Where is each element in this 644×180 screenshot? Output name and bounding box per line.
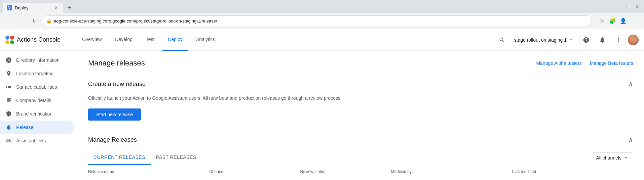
page-title: Manage releases xyxy=(88,59,145,68)
create-release-content: Officially launch your Action to Google … xyxy=(77,95,644,129)
sidebar-label-assistant-links: Assistant links xyxy=(16,138,46,143)
browser-tab[interactable]: D Deploy ✕ xyxy=(3,3,63,13)
release-icon xyxy=(5,124,12,131)
sidebar: i Directory information Location targeti… xyxy=(0,51,77,180)
back-button[interactable]: ← xyxy=(5,16,15,26)
main-nav: Overview Develop Test Deploy Analytics xyxy=(77,29,495,51)
tab-current-releases[interactable]: CURRENT RELEASES xyxy=(88,150,151,165)
directory-information-icon: i xyxy=(5,57,12,63)
sidebar-item-brand-verification[interactable]: Brand verification xyxy=(0,107,74,121)
app-logo: Actions Console xyxy=(5,36,66,44)
more-options-button[interactable]: ⋮ xyxy=(629,16,639,26)
manage-releases-section: Manage Releases ∧ CURRENT RELEASES PAST … xyxy=(77,129,644,178)
sidebar-label-location-targeting: Location targeting xyxy=(16,71,53,76)
search-button[interactable] xyxy=(495,33,509,47)
project-selector[interactable]: stage rollout on staging 1 xyxy=(512,36,577,44)
tab-title: Deploy xyxy=(15,5,50,10)
sidebar-item-company-details[interactable]: Company details xyxy=(0,94,74,107)
sidebar-label-directory-information: Directory information xyxy=(16,57,60,63)
app-name: Actions Console xyxy=(17,36,61,43)
brand-verification-icon xyxy=(5,110,12,117)
sidebar-label-release: Release xyxy=(16,125,33,130)
sidebar-label-surface-capabilities: Surface capabilities xyxy=(16,84,57,90)
tab-close-button[interactable]: ✕ xyxy=(53,5,59,11)
col-header-channel: Channel xyxy=(209,169,300,174)
create-release-section-header[interactable]: Create a new release ∧ xyxy=(77,73,644,95)
tab-favicon: D xyxy=(7,5,12,10)
header-actions: stage rollout on staging 1 xyxy=(495,33,639,47)
extensions-button[interactable]: 🧩 xyxy=(608,16,617,26)
google-logo-icon xyxy=(5,36,14,44)
bookmark-button[interactable]: ☆ xyxy=(597,16,606,26)
project-name: stage rollout on staging 1 xyxy=(514,37,567,43)
minimize-button[interactable]: ─ xyxy=(614,3,622,11)
sidebar-item-location-targeting[interactable]: Location targeting xyxy=(0,67,74,80)
manage-releases-chevron-icon: ∧ xyxy=(628,136,633,144)
sidebar-item-surface-capabilities[interactable]: Surface capabilities xyxy=(0,80,74,94)
forward-button[interactable]: → xyxy=(17,16,27,26)
sidebar-label-company-details: Company details xyxy=(16,98,51,103)
sidebar-item-assistant-links[interactable]: Assistant links xyxy=(0,134,74,147)
profile-button[interactable]: 👤 xyxy=(618,16,628,26)
create-release-description: Officially launch your Action to Google … xyxy=(88,95,633,102)
security-lock-icon: 🔒 xyxy=(46,18,52,24)
channel-selector[interactable]: All channels xyxy=(592,152,634,163)
nav-test[interactable]: Test xyxy=(141,29,160,51)
app-header: Actions Console Overview Develop Test De… xyxy=(0,29,644,51)
create-release-title: Create a new release xyxy=(88,81,146,88)
col-header-release-name: Release name xyxy=(88,169,209,174)
create-release-section: Create a new release ∧ Officially launch… xyxy=(77,73,644,129)
main-content: Manage releases Manage Alpha testers Man… xyxy=(77,51,644,180)
page-header-actions: Manage Alpha testers Manage Beta testers xyxy=(536,60,633,66)
sidebar-label-brand-verification: Brand verification xyxy=(16,111,52,117)
help-button[interactable] xyxy=(579,33,593,47)
url-text: aog-console-acs-staging.corp.google.com/… xyxy=(54,18,217,24)
releases-table-header: Release name Channel Review status Modif… xyxy=(88,165,633,178)
surface-capabilities-icon xyxy=(5,84,12,90)
nav-overview[interactable]: Overview xyxy=(77,29,107,51)
app-body: i Directory information Location targeti… xyxy=(0,51,644,180)
page-header: Manage releases Manage Alpha testers Man… xyxy=(77,51,644,73)
sidebar-item-directory-information[interactable]: i Directory information xyxy=(0,53,74,67)
maximize-button[interactable]: □ xyxy=(624,3,632,11)
address-bar[interactable]: 🔒 aog-console-acs-staging.corp.google.co… xyxy=(42,15,592,26)
user-avatar[interactable] xyxy=(628,35,639,45)
company-details-icon xyxy=(5,97,12,104)
manage-beta-testers-link[interactable]: Manage Beta testers xyxy=(590,60,633,66)
sidebar-item-release[interactable]: Release xyxy=(0,121,74,134)
nav-analytics[interactable]: Analytics xyxy=(191,29,220,51)
col-header-review-status: Review status xyxy=(300,169,391,174)
channel-selector-label: All channels xyxy=(596,155,622,161)
close-window-button[interactable]: ✕ xyxy=(633,3,641,11)
nav-develop[interactable]: Develop xyxy=(110,29,138,51)
new-tab-button[interactable]: + xyxy=(65,3,74,12)
refresh-button[interactable]: ↻ xyxy=(30,16,39,26)
col-header-last-modified: Last modified xyxy=(512,169,633,174)
more-menu-button[interactable] xyxy=(612,33,625,47)
create-section-chevron-icon: ∧ xyxy=(628,80,633,88)
svg-text:i: i xyxy=(7,58,8,62)
tab-past-releases[interactable]: PAST RELEASES xyxy=(151,150,202,165)
assistant-links-icon xyxy=(5,137,12,144)
releases-tabs: CURRENT RELEASES PAST RELEASES xyxy=(88,150,592,165)
manage-alpha-testers-link[interactable]: Manage Alpha testers xyxy=(536,60,581,66)
start-new-release-button[interactable]: Start new release xyxy=(88,108,141,121)
location-targeting-icon xyxy=(5,70,12,77)
manage-releases-title: Manage Releases xyxy=(88,136,137,143)
notifications-button[interactable] xyxy=(596,33,609,47)
manage-releases-header: Manage Releases ∧ xyxy=(88,129,633,150)
svg-text:D: D xyxy=(8,6,10,10)
nav-deploy[interactable]: Deploy xyxy=(162,29,188,51)
col-header-modified-by: Modified by xyxy=(391,169,512,174)
